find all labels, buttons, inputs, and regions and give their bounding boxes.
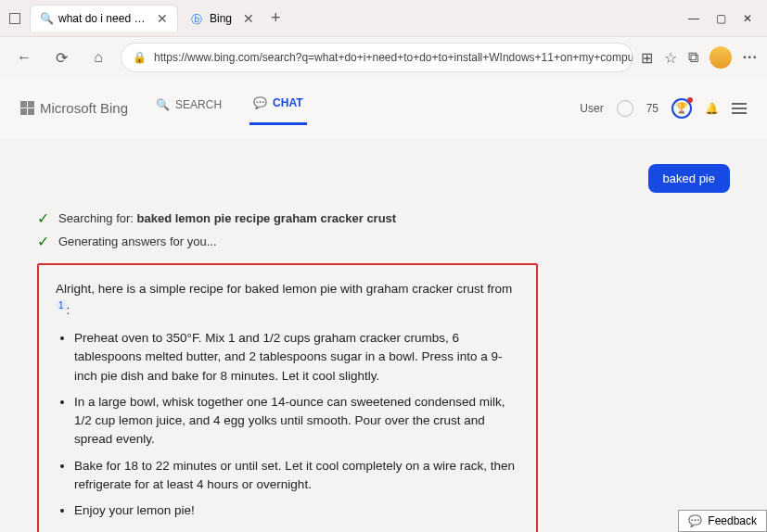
tab-title: what do i need to do to install V bbox=[58, 12, 146, 25]
bing-logo[interactable]: Microsoft Bing bbox=[20, 100, 128, 116]
status-prefix: Searching for: bbox=[58, 211, 137, 225]
recipe-step: In a large bowl, whisk together one 14-o… bbox=[74, 393, 519, 450]
collections-icon[interactable]: ⧉ bbox=[688, 49, 698, 66]
user-label: User bbox=[580, 102, 603, 115]
back-button[interactable]: ← bbox=[9, 43, 39, 72]
tab-title: Bing bbox=[210, 12, 232, 25]
tab-inactive[interactable]: ⓑ Bing ✕ bbox=[182, 6, 263, 32]
home-button[interactable]: ⌂ bbox=[83, 43, 113, 72]
address-bar: ← ⟳ ⌂ 🔒 https://www.bing.com/search?q=wh… bbox=[0, 37, 767, 78]
answer-box: Alright, here is a simple recipe for bak… bbox=[37, 263, 538, 532]
extensions-icon[interactable]: ⊞ bbox=[641, 49, 653, 67]
status-text: Generating answers for you... bbox=[58, 234, 217, 248]
search-icon: 🔍 bbox=[40, 12, 53, 25]
bing-header: Microsoft Bing 🔍 SEARCH 💬 CHAT User 75 🏆… bbox=[0, 78, 767, 138]
microsoft-icon bbox=[20, 101, 34, 115]
check-icon: ✓ bbox=[37, 209, 49, 227]
logo-text: Microsoft Bing bbox=[40, 100, 128, 116]
recipe-step: Preheat oven to 350°F. Mix 1 and 1/2 cup… bbox=[74, 329, 519, 386]
tab-chat[interactable]: 💬 CHAT bbox=[249, 91, 306, 125]
search-status: ✓ Searching for: baked lemon pie recipe … bbox=[37, 209, 730, 227]
new-tab-button[interactable]: + bbox=[263, 5, 288, 32]
close-window-button[interactable]: ✕ bbox=[743, 12, 752, 25]
url-text: https://www.bing.com/search?q=what+do+i+… bbox=[154, 51, 633, 64]
more-menu-icon[interactable]: ··· bbox=[743, 49, 758, 66]
feedback-label: Feedback bbox=[708, 514, 757, 527]
user-area[interactable]: User 75 🏆 bbox=[580, 98, 692, 119]
recipe-step: Enjoy your lemon pie! bbox=[74, 501, 519, 520]
answer-intro: Alright, here is a simple recipe for bak… bbox=[56, 282, 512, 296]
lock-icon: 🔒 bbox=[133, 51, 147, 64]
points-text: 75 bbox=[646, 102, 658, 115]
answer-intro-suffix: : bbox=[67, 303, 70, 317]
chat-content: baked pie ✓ Searching for: baked lemon p… bbox=[0, 138, 767, 532]
citation-link[interactable]: 1 bbox=[56, 300, 67, 310]
tab-search[interactable]: 🔍 SEARCH bbox=[152, 93, 225, 124]
bing-icon: ⓑ bbox=[191, 12, 204, 25]
tabs-button[interactable] bbox=[9, 13, 20, 24]
search-icon: 🔍 bbox=[156, 98, 170, 111]
refresh-button[interactable]: ⟳ bbox=[46, 43, 76, 72]
check-icon: ✓ bbox=[37, 233, 49, 250]
tab-active[interactable]: 🔍 what do i need to do to install V ✕ bbox=[30, 5, 178, 32]
recipe-step: Bake for 18 to 22 minutes or until set. … bbox=[74, 457, 519, 495]
rewards-icon[interactable]: 🏆 bbox=[671, 98, 692, 119]
feedback-button[interactable]: 💬 Feedback bbox=[678, 510, 767, 532]
window-titlebar: 🔍 what do i need to do to install V ✕ ⓑ … bbox=[0, 0, 767, 37]
maximize-button[interactable]: ▢ bbox=[716, 12, 726, 25]
favorites-icon[interactable]: ☆ bbox=[664, 49, 677, 67]
notifications-icon[interactable]: 🔔 bbox=[705, 102, 719, 115]
tab-close-icon[interactable]: ✕ bbox=[243, 11, 254, 26]
profile-icon bbox=[617, 100, 633, 117]
tab-label: SEARCH bbox=[175, 98, 222, 111]
profile-avatar[interactable] bbox=[709, 46, 732, 69]
feedback-icon: 💬 bbox=[688, 514, 702, 527]
search-query: baked lemon pie recipe graham cracker cr… bbox=[137, 211, 397, 225]
chat-icon: 💬 bbox=[253, 96, 267, 109]
recipe-steps: Preheat oven to 350°F. Mix 1 and 1/2 cup… bbox=[74, 329, 519, 520]
url-field[interactable]: 🔒 https://www.bing.com/search?q=what+do+… bbox=[121, 43, 633, 72]
generating-status: ✓ Generating answers for you... bbox=[37, 233, 730, 250]
minimize-button[interactable]: — bbox=[688, 12, 699, 25]
tab-label: CHAT bbox=[273, 96, 302, 109]
user-message: baked pie bbox=[648, 164, 730, 193]
hamburger-menu-icon[interactable] bbox=[732, 103, 747, 114]
tab-close-icon[interactable]: ✕ bbox=[157, 11, 168, 26]
